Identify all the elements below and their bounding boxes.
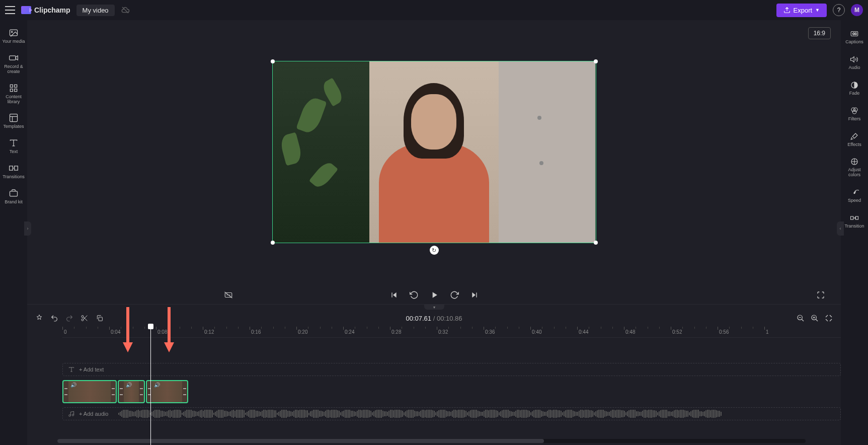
svg-point-37: [854, 193, 855, 194]
resize-handle-tl[interactable]: [271, 59, 275, 63]
sidebar-label: Brand kit: [5, 200, 23, 205]
panel-item-audio[interactable]: Audio: [841, 50, 868, 76]
templates-icon: [8, 112, 19, 123]
resize-handle-tr[interactable]: [594, 59, 598, 63]
audio-track[interactable]: + Add audio: [62, 407, 841, 420]
sidebar-label: Record & create: [1, 64, 26, 75]
rotate-handle-icon[interactable]: ↻: [430, 246, 439, 255]
left-sidebar: Your media Record & create Content libra…: [0, 20, 27, 445]
panel-item-speed[interactable]: Speed: [841, 183, 868, 208]
ruler-mark: 0:40: [530, 327, 541, 337]
text-track[interactable]: + Add text: [62, 363, 841, 376]
sidebar-item-content-library[interactable]: Content library: [0, 79, 27, 109]
video-person: [369, 61, 499, 243]
timeline-ruler[interactable]: 00:040:080:120:160:200:240:280:320:360:4…: [62, 327, 841, 338]
clipchamp-logo-icon: [21, 6, 31, 14]
panel-item-filters[interactable]: Filters: [841, 101, 868, 127]
ruler-mark: 0:32: [437, 327, 448, 337]
ruler-mark: 0:28: [390, 327, 401, 337]
copy-icon[interactable]: [96, 314, 104, 322]
sidebar-item-your-media[interactable]: Your media: [0, 23, 27, 48]
speed-icon: [850, 188, 859, 197]
panel-item-fade[interactable]: Fade: [841, 76, 868, 101]
fade-icon: [850, 81, 859, 90]
resize-handle-br[interactable]: [594, 241, 598, 245]
video-track[interactable]: 🔊🔊🔊: [62, 380, 841, 403]
playback-controls: [27, 284, 841, 304]
right-sidebar-collapse-icon[interactable]: ‹: [837, 221, 844, 236]
captions-icon: CC: [850, 29, 859, 38]
svg-point-34: [854, 108, 858, 112]
svg-rect-38: [851, 216, 853, 219]
split-icon[interactable]: [81, 314, 89, 322]
undo-icon[interactable]: [50, 314, 58, 322]
skip-back-icon[interactable]: [389, 290, 399, 300]
panel-item-adjust-colors[interactable]: Adjust colors: [841, 152, 868, 183]
waveform: [63, 410, 840, 418]
video-bg-plants: [273, 61, 370, 243]
zoom-in-icon[interactable]: [811, 314, 819, 322]
scrollbar-thumb[interactable]: [57, 439, 544, 443]
svg-rect-6: [10, 89, 13, 91]
ruler-mark: 0:44: [577, 327, 588, 337]
panel-label: Filters: [848, 117, 861, 122]
sidebar-item-brand-kit[interactable]: Brand kit: [0, 184, 27, 209]
topbar: Clipchamp My video Export ▼ ? M: [0, 0, 868, 20]
svg-rect-3: [10, 56, 16, 60]
resize-handle-bl[interactable]: [271, 241, 275, 245]
panel-item-captions[interactable]: CC Captions: [841, 24, 868, 50]
center-preview-area: 16:9: [27, 20, 841, 445]
hamburger-menu-icon[interactable]: [5, 6, 15, 14]
zoom-fit-icon[interactable]: [825, 314, 833, 322]
captions-toggle-icon[interactable]: [223, 290, 233, 300]
clip-grip-left[interactable]: [64, 385, 67, 398]
video-clip[interactable]: 🔊: [146, 380, 188, 403]
svg-point-35: [852, 110, 856, 114]
rewind-icon[interactable]: [409, 290, 419, 300]
timeline-collapse-tab[interactable]: ▾: [27, 305, 841, 310]
play-button-icon[interactable]: [429, 290, 439, 300]
avatar[interactable]: M: [851, 4, 863, 16]
svg-rect-11: [10, 166, 13, 170]
forward-icon[interactable]: [449, 290, 459, 300]
fullscreen-icon[interactable]: [816, 290, 826, 300]
clip-grip-right[interactable]: [183, 385, 186, 398]
sidebar-item-record[interactable]: Record & create: [0, 48, 27, 79]
clip-grip-right[interactable]: [112, 385, 115, 398]
playhead[interactable]: [150, 327, 151, 445]
clip-grip-left[interactable]: [120, 385, 123, 398]
sidebar-label: Templates: [3, 124, 24, 129]
export-button[interactable]: Export ▼: [776, 4, 827, 17]
skip-forward-icon[interactable]: [469, 290, 480, 300]
timeline-scrollbar[interactable]: [57, 439, 806, 443]
ruler-mark: 0:48: [624, 327, 635, 337]
project-title[interactable]: My video: [76, 5, 115, 16]
help-icon[interactable]: ?: [833, 4, 845, 16]
transitions-icon: [8, 163, 19, 174]
preview-zone: 16:9: [27, 20, 841, 284]
video-clip[interactable]: 🔊: [62, 380, 117, 403]
redo-icon[interactable]: [65, 314, 73, 322]
zoom-controls: [797, 314, 833, 322]
sidebar-label: Content library: [1, 95, 26, 105]
video-clip[interactable]: 🔊: [118, 380, 145, 403]
sidebar-item-text[interactable]: Text: [0, 133, 27, 159]
video-content: [273, 61, 596, 243]
zoom-out-icon[interactable]: [797, 314, 805, 322]
panel-item-effects[interactable]: Effects: [841, 127, 868, 153]
aspect-ratio-button[interactable]: 16:9: [808, 27, 831, 39]
chevron-down-icon: ▼: [815, 8, 820, 13]
sidebar-item-templates[interactable]: Templates: [0, 108, 27, 133]
app-logo[interactable]: Clipchamp: [21, 6, 70, 14]
sidebar-item-transitions[interactable]: Transitions: [0, 159, 27, 184]
cloud-sync-icon: [121, 6, 130, 15]
brand-kit-icon: [8, 188, 19, 199]
auto-enhance-icon[interactable]: [35, 314, 43, 322]
adjust-colors-icon: [850, 157, 859, 166]
panel-item-transition[interactable]: Transition: [841, 208, 868, 234]
time-separator: /: [431, 315, 437, 322]
svg-rect-5: [15, 85, 17, 87]
video-preview-frame[interactable]: ↻: [272, 61, 596, 243]
ruler-mark: 0:36: [484, 327, 495, 337]
clip-grip-right[interactable]: [140, 385, 143, 398]
